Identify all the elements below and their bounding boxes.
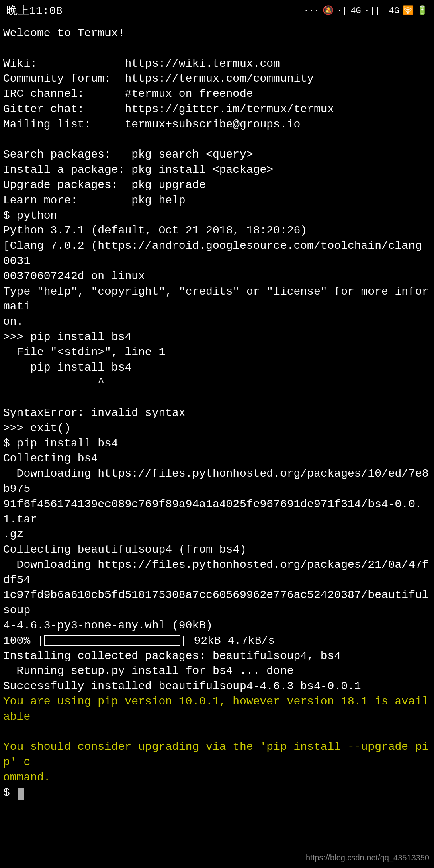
terminal-line: Learn more: pkg help: [3, 193, 431, 208]
terminal-line: Search packages: pkg search <query>: [3, 147, 431, 162]
terminal-line: ^: [3, 375, 431, 390]
terminal-line: Type "help", "copyright", "credits" or "…: [3, 284, 431, 315]
terminal-line: You should consider upgrading via the 'p…: [3, 739, 431, 770]
terminal-line: Install a package: pkg install <package>: [3, 162, 431, 178]
terminal-empty-line: [3, 132, 431, 147]
terminal-line: Welcome to Termux!: [3, 26, 431, 41]
terminal-line: IRC channel: #termux on freenode: [3, 86, 431, 102]
terminal-cursor: [18, 788, 24, 800]
status-icons: ··· 🔕 ·| 4G ·||| 4G 🛜 🔋: [303, 5, 428, 17]
terminal-line: Gitter chat: https://gitter.im/termux/te…: [3, 102, 431, 117]
terminal-line: SyntaxError: invalid syntax: [3, 405, 431, 421]
terminal-line: Upgrade packages: pkg upgrade: [3, 178, 431, 193]
terminal-line: >>> pip install bs4: [3, 330, 431, 345]
terminal-body[interactable]: Welcome to Termux!Wiki: https://wiki.ter…: [0, 23, 434, 866]
terminal-line: Wiki: https://wiki.termux.com: [3, 56, 431, 72]
terminal-empty-line: [3, 725, 431, 740]
terminal-line: .gz: [3, 527, 431, 542]
terminal-progress-line: 100% || 92kB 4.7kB/s: [3, 633, 431, 649]
terminal-line: pip install bs4: [3, 360, 431, 375]
terminal-line: [Clang 7.0.2 (https://android.googlesour…: [3, 238, 431, 269]
terminal-line: on.: [3, 314, 431, 330]
watermark: https://blog.csdn.net/qq_43513350: [306, 852, 429, 863]
terminal-line: $ pip install bs4: [3, 436, 431, 451]
terminal-line: 1c97fd9b6a610cb5fd518175308a7cc60569962e…: [3, 588, 431, 618]
terminal-line: Downloading https://files.pythonhosted.o…: [3, 466, 431, 497]
terminal-line: Running setup.py install for bs4 ... don…: [3, 663, 431, 679]
terminal-line: >>> exit(): [3, 421, 431, 436]
terminal-prompt[interactable]: $: [3, 785, 431, 800]
terminal-line: 4-4.6.3-py3-none-any.whl (90kB): [3, 618, 431, 633]
terminal-line: Python 3.7.1 (default, Oct 21 2018, 18:2…: [3, 223, 431, 238]
terminal-line: Installing collected packages: beautiful…: [3, 649, 431, 664]
terminal-empty-line: [3, 41, 431, 56]
terminal-line: Collecting beautifulsoup4 (from bs4): [3, 542, 431, 557]
status-time: 晚上11:08: [6, 4, 63, 19]
terminal-line: Mailing list: termux+subscribe@groups.io: [3, 117, 431, 132]
terminal-line: ommand.: [3, 770, 431, 785]
progress-bar: [44, 635, 180, 646]
status-bar: 晚上11:08 ··· 🔕 ·| 4G ·||| 4G 🛜 🔋: [0, 0, 434, 23]
terminal-line: Downloading https://files.pythonhosted.o…: [3, 557, 431, 588]
terminal-line: 00370607242d on linux: [3, 269, 431, 284]
terminal-line: You are using pip version 10.0.1, howeve…: [3, 694, 431, 725]
terminal-line: Successfully installed beautifulsoup4-4.…: [3, 679, 431, 694]
terminal-line: File "<stdin>", line 1: [3, 345, 431, 360]
terminal-line: $ python: [3, 208, 431, 223]
terminal-line: 91f6f456174139ec089c769f89a94a1a4025fe96…: [3, 497, 431, 527]
terminal-line: Collecting bs4: [3, 451, 431, 466]
terminal-line: Community forum: https://termux.com/comm…: [3, 71, 431, 86]
terminal-empty-line: [3, 390, 431, 405]
